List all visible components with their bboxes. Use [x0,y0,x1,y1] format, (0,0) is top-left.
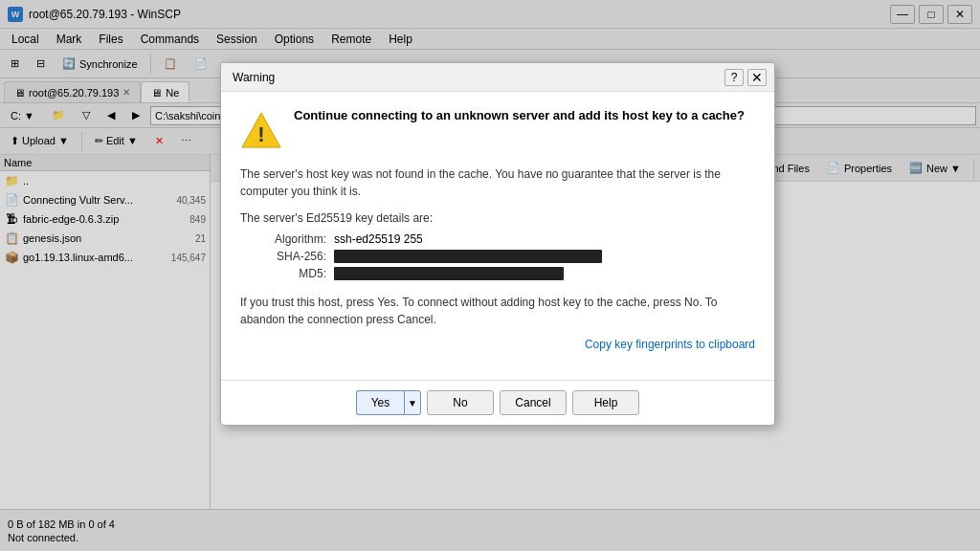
sha256-row: SHA-256: [259,250,755,263]
dialog-header-row: ! Continue connecting to an unknown serv… [240,107,755,152]
md5-value [334,267,564,280]
dialog-description: The server's host key was not found in t… [240,165,755,200]
algorithm-row: Algorithm: ssh-ed25519 255 [259,232,755,246]
dialog-body: ! Continue connecting to an unknown serv… [221,92,774,380]
dialog-heading: Continue connecting to an unknown server… [294,107,745,124]
cancel-button[interactable]: Cancel [500,390,567,415]
md5-label: MD5: [259,267,326,280]
warning-triangle-icon: ! [240,111,282,152]
algorithm-label: Algorithm: [259,232,326,246]
md5-row: MD5: [259,267,755,280]
sha256-value [334,250,602,263]
no-button[interactable]: No [427,390,494,415]
algorithm-value: ssh-ed25519 255 [334,232,423,246]
copy-fingerprints-link[interactable]: Copy key fingerprints to clipboard [240,338,755,351]
trust-text: If you trust this host, press Yes. To co… [240,294,755,328]
dialog-close-button[interactable]: ✕ [747,69,767,86]
dialog-footer: Yes ▼ No Cancel Help [221,380,774,425]
yes-button-group: Yes ▼ [356,390,421,415]
yes-dropdown-button[interactable]: ▼ [404,390,421,415]
key-details-table: Algorithm: ssh-ed25519 255 SHA-256: MD5: [259,232,755,280]
dialog-title-buttons: ? ✕ [724,69,767,86]
svg-text:!: ! [257,122,264,146]
key-details-label: The server's Ed25519 key details are: [240,211,755,225]
dialog-title-bar: Warning ? ✕ [221,63,774,92]
warning-dialog: Warning ? ✕ ! Continue connecting to an … [220,62,775,426]
dialog-title: Warning [233,71,275,84]
help-button[interactable]: Help [572,390,639,415]
dialog-help-icon[interactable]: ? [724,69,744,86]
sha256-label: SHA-256: [259,250,326,263]
yes-button[interactable]: Yes [356,390,404,415]
